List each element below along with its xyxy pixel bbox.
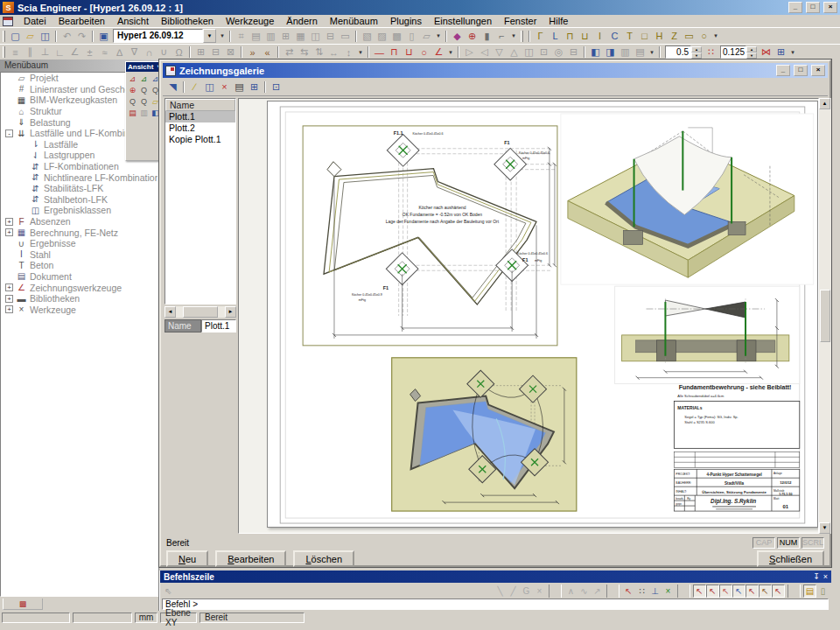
gallery-close-button[interactable]: ×: [811, 65, 825, 76]
edit-up-icon[interactable]: △: [507, 46, 522, 60]
clear-icon[interactable]: ×: [533, 584, 546, 598]
menu-bearbeiten[interactable]: Bearbeiten: [52, 16, 111, 26]
zoom-out-icon[interactable]: Q: [127, 95, 138, 107]
edit-prev-icon[interactable]: ◁: [477, 46, 492, 60]
menu-ansicht[interactable]: Ansicht: [111, 16, 155, 26]
profile-angle2-icon[interactable]: L: [548, 29, 563, 43]
edit-plot-icon[interactable]: ∕: [187, 80, 202, 94]
calc-icon[interactable]: ▧: [360, 29, 374, 43]
line-icon[interactable]: —: [372, 46, 387, 60]
profile-u2-icon[interactable]: ⊔: [578, 29, 592, 43]
toolbar-grip[interactable]: [3, 31, 5, 42]
scroll-down-button[interactable]: ▼: [819, 522, 830, 534]
precision-value[interactable]: 0.125: [720, 46, 746, 59]
tree-item-absenzen[interactable]: + F Absenzen: [1, 216, 158, 228]
arc-icon[interactable]: ∇: [127, 46, 142, 60]
tree-item-dokument[interactable]: ▤ Dokument: [1, 271, 158, 283]
horiz-icon[interactable]: ↔: [326, 46, 341, 60]
target-icon[interactable]: ◎: [551, 46, 566, 60]
open-icon[interactable]: ▱: [23, 29, 38, 43]
tree-item-ergebnisklassen[interactable]: ◫ Ergebnisklassen: [1, 205, 158, 216]
swap-icon[interactable]: ⇄: [282, 46, 297, 60]
gallery-row-plott2[interactable]: Plott.2: [165, 122, 235, 134]
fill-icon[interactable]: ▤: [633, 46, 648, 60]
layout-icon[interactable]: ⊟: [323, 29, 338, 43]
menu-fenster[interactable]: Fenster: [498, 16, 542, 26]
exchange-icon[interactable]: ⇆: [297, 46, 312, 60]
profile-t-icon[interactable]: T: [622, 29, 637, 43]
zoom-window-icon[interactable]: Q: [138, 95, 150, 107]
panel-close-icon[interactable]: ×: [823, 572, 828, 581]
table-input-icon[interactable]: ▤: [803, 584, 816, 598]
save-icon[interactable]: ◫: [38, 29, 52, 43]
grid-close-icon[interactable]: ⊠: [223, 46, 238, 60]
menu-bibliotheken[interactable]: Bibliotheken: [155, 16, 220, 26]
profile-h-icon[interactable]: H: [652, 29, 667, 43]
redo-icon[interactable]: ↷: [74, 29, 89, 43]
vscroll-thumb[interactable]: [820, 290, 830, 342]
plot-preview[interactable]: F1.1 Köcher 0.45x0.45x0.6 F1 Köcher 0.45…: [238, 98, 819, 534]
project-combo-value[interactable]: Hyper1 26.09.12: [113, 29, 203, 43]
precision-spin-down[interactable]: ▼: [746, 52, 757, 59]
print-icon[interactable]: ▭: [338, 29, 353, 43]
snap-ratio-icon[interactable]: ∷: [704, 46, 718, 60]
dim-icon[interactable]: ◫: [522, 46, 536, 60]
dot-grid-icon[interactable]: ∷: [635, 584, 648, 598]
angle-snap-icon[interactable]: ⋈: [759, 46, 774, 60]
menu-plugins[interactable]: Plugins: [384, 16, 428, 26]
scale-spinbox[interactable]: 0.5 ▲ ▼: [665, 46, 702, 59]
circle-icon[interactable]: ○: [416, 46, 431, 60]
scroll-up-button[interactable]: ▲: [819, 98, 830, 109]
t2-caret[interactable]: ▾: [788, 46, 797, 60]
tools-caret[interactable]: ▾: [509, 29, 518, 43]
property-name-value[interactable]: Plott.1: [201, 319, 236, 332]
snap-intersect-icon[interactable]: ↖: [746, 584, 759, 598]
spline-icon[interactable]: ∪: [157, 46, 172, 60]
wall-icon[interactable]: ∟: [52, 46, 67, 60]
hatch-icon[interactable]: ▥: [618, 46, 633, 60]
rib-icon[interactable]: ∠: [67, 46, 82, 60]
close-button[interactable]: ×: [823, 2, 837, 13]
gallery-titlebar[interactable]: Zeichnungsgalerie _ □ ×: [163, 63, 828, 78]
snap-node-icon[interactable]: ↖: [719, 584, 732, 598]
print-plot-icon[interactable]: ▤: [232, 80, 247, 94]
ansicht-toolbar-title[interactable]: Ansicht ▾: [126, 62, 163, 72]
snap-ortho-icon[interactable]: ↖: [732, 584, 746, 598]
tree-expander[interactable]: +: [5, 295, 13, 303]
cursor-snap-icon[interactable]: ↖: [622, 584, 635, 598]
tree-expander[interactable]: +: [5, 218, 13, 226]
collapse-icon[interactable]: ⊟: [566, 46, 581, 60]
tree-expander[interactable]: +: [5, 305, 13, 313]
preview-vscrollbar[interactable]: ▲ ▼: [819, 98, 831, 534]
grid-del-icon[interactable]: ⊟: [208, 46, 223, 60]
profile-round-icon[interactable]: ○: [696, 29, 711, 43]
profile-angle-icon[interactable]: Γ: [533, 29, 548, 43]
curve-icon[interactable]: ∿: [578, 584, 591, 598]
results-icon[interactable]: ▩: [389, 29, 404, 43]
tree-expander[interactable]: +: [5, 284, 13, 291]
tree-item-stahlbeton-lfk[interactable]: ⇵ Stahlbeton-LFK: [1, 194, 158, 206]
neu-button[interactable]: Neu: [166, 550, 208, 567]
report-icon[interactable]: ▯: [404, 29, 419, 43]
scroll-right-button[interactable]: ►: [225, 306, 236, 318]
export-plot-icon[interactable]: ⊞: [247, 80, 262, 94]
paste-icon[interactable]: ▥: [263, 29, 278, 43]
arc-mode-icon[interactable]: ╱: [507, 584, 520, 598]
tree-item-ergebnisse[interactable]: ∪ Ergebnisse: [1, 238, 158, 249]
draw-caret[interactable]: ▾: [446, 46, 455, 60]
tree-item-stabilitaets-lfk[interactable]: ⇵ Stabilitäts-LFK: [1, 183, 158, 194]
section-icon[interactable]: ▮: [480, 29, 494, 43]
gallery-icon[interactable]: ▦: [293, 29, 308, 43]
line-mode-icon[interactable]: ╲: [494, 584, 507, 598]
node-icon[interactable]: ∆: [112, 46, 127, 60]
b-caret[interactable]: ▾: [648, 46, 656, 60]
view-save-icon[interactable]: ▤: [127, 107, 138, 118]
view-side-icon[interactable]: ◨: [603, 46, 618, 60]
menu-hilfe[interactable]: Hilfe: [542, 16, 574, 26]
tree-item-stahl[interactable]: I Stahl: [1, 249, 158, 261]
vert-icon[interactable]: ↕: [341, 46, 356, 60]
ortho-icon[interactable]: ×: [662, 584, 675, 598]
gallery-maximize-button[interactable]: □: [794, 65, 808, 76]
profile-plate-icon[interactable]: ▭: [682, 29, 696, 43]
minimize-button[interactable]: _: [788, 2, 802, 13]
